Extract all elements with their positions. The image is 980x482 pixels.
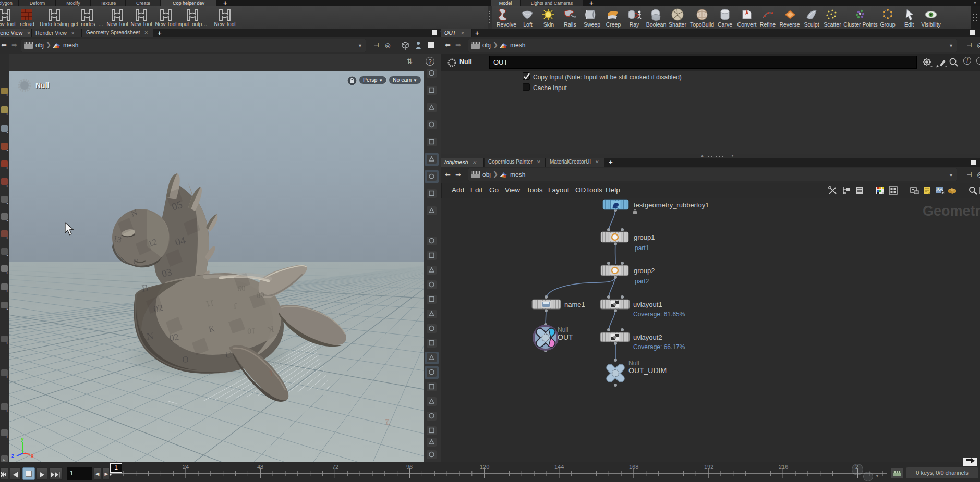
svg-text:N: N (146, 330, 154, 342)
svg-text:x: x (31, 453, 34, 459)
svg-text:y: y (21, 436, 24, 442)
svg-text:J: J (234, 302, 237, 311)
svg-text:O: O (182, 354, 189, 365)
svg-text:z: z (11, 453, 14, 459)
svg-text:10: 10 (247, 327, 256, 336)
svg-text:11: 11 (205, 298, 215, 309)
svg-text:Null: Null (35, 81, 49, 90)
svg-text:Geometry: Geometry (923, 203, 980, 219)
